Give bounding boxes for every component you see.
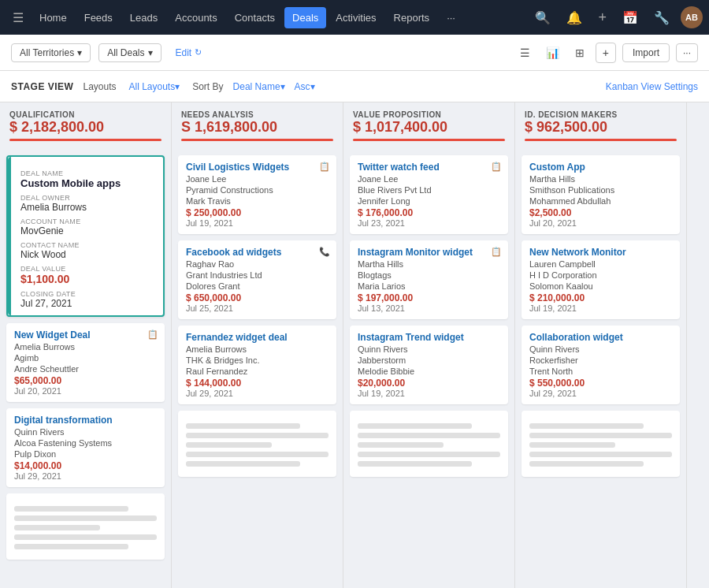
card-title: Custom App [529,162,672,173]
more-options-button[interactable]: ··· [676,43,698,62]
skeleton-card [522,411,680,477]
card-amount: $ 550,000.00 [529,378,672,389]
card-contact: Mark Travis [186,196,329,206]
nav-home[interactable]: Home [32,7,75,28]
card-account: Rockerfisher [529,355,672,365]
card-owner: Amelia Burrows [14,342,157,352]
import-button[interactable]: Import [622,43,670,62]
notifications-icon[interactable]: 🔔 [562,7,587,28]
chart-view-icon[interactable]: 📊 [541,43,564,62]
add-icon[interactable]: + [593,6,611,29]
deal-card[interactable]: 📞 Facebook ad widgets Raghav Rao Grant I… [178,240,336,319]
nav-leads[interactable]: Leads [122,7,165,28]
grid-view-icon[interactable]: ⊞ [570,43,589,62]
edit-button[interactable]: Edit ↻ [169,44,209,61]
deal-owner: Amelia Burrows [20,202,155,213]
card-account: Grant Industries Ltd [186,270,329,280]
deal-card[interactable]: Instagram Trend widget Quinn Rivers Jabb… [350,326,508,404]
all-layouts-button[interactable]: All Layouts▾ [125,80,183,94]
deal-card[interactable]: New Network Monitor Lauren Campbell H I … [522,240,680,319]
nav-accounts[interactable]: Accounts [167,7,225,28]
deal-card[interactable]: Fernandez widget deal Amelia Burrows THK… [178,326,336,404]
card-date: Jul 13, 2021 [358,303,500,313]
card-amount: $ 650,000.00 [186,292,329,303]
card-title: New Network Monitor [529,247,672,258]
stage-view-label: STAGE VIEW [11,81,73,92]
nav-activities[interactable]: Activities [328,7,384,28]
list-view-icon[interactable]: ☰ [515,43,535,62]
card-title: Fernandez widget deal [186,332,329,343]
chevron-down-icon: ▾ [77,47,82,58]
card-owner: Quinn Rivers [14,427,157,437]
card-date: Jul 29, 2021 [529,389,672,398]
card-contact: Melodie Bibbie [358,367,500,376]
highlighted-deal-card[interactable]: Deal Name Custom Mobile apps Deal Owner … [6,155,165,317]
hamburger-icon[interactable]: ☰ [6,7,30,28]
sort-order-button[interactable]: Asc▾ [295,81,315,92]
deal-card[interactable]: 📋 Instagram Monitor widget Martha Hills … [350,240,508,319]
toolbar: All Territories ▾ All Deals ▾ Edit ↻ ☰ 📊… [0,35,709,71]
account-name: MovGenie [20,225,155,236]
kanban-settings-button[interactable]: Kanban View Settings [606,81,698,92]
card-contact: Jennifer Long [358,196,500,206]
card-amount: $ 210,000.00 [529,292,672,303]
card-date: Jul 20, 2021 [14,386,157,396]
card-tag-icon: 📋 [491,162,502,172]
settings-icon[interactable]: 🔧 [649,7,674,28]
card-amount: $ 250,000.00 [186,207,329,218]
column-total: $ 2,182,800.00 [9,119,161,136]
deal-card[interactable]: 📋 Civil Logistics Widgets Joane Lee Pyra… [178,155,336,234]
skeleton-card [6,493,165,560]
card-contact: Raul Fernandez [186,367,329,376]
column-total: $ 1,017,400.00 [353,119,505,136]
search-icon[interactable]: 🔍 [530,7,555,28]
column-stage-label: ID. DECISION MAKERS [525,110,677,119]
contact-name: Nick Wood [20,249,155,260]
card-title: Instagram Trend widget [358,332,500,343]
column-total: S 1,619,800.00 [181,119,333,136]
card-account: THK & Bridges Inc. [186,355,329,365]
territory-filter[interactable]: All Territories ▾ [11,43,91,62]
add-deal-button[interactable]: + [596,43,616,63]
card-title: Facebook ad widgets [186,247,329,258]
card-tag-icon: 📋 [147,329,158,340]
avatar[interactable]: AB [681,6,703,28]
card-owner: Lauren Campbell [529,259,672,269]
deals-filter[interactable]: All Deals ▾ [98,43,161,62]
deal-card[interactable]: Collaboration widget Quinn Rivers Rocker… [522,326,680,404]
kanban-column-3: ID. DECISION MAKERS $ 962,500.00 Custom … [515,102,687,588]
card-contact: Andre Scheuttler [14,364,157,374]
card-account: Blogtags [358,270,500,280]
nav-deals[interactable]: Deals [284,7,326,28]
column-total: $ 962,500.00 [525,119,677,136]
deal-card[interactable]: Custom App Martha Hills Smithson Publica… [522,155,680,234]
nav-feeds[interactable]: Feeds [76,7,121,28]
stage-toolbar: STAGE VIEW Layouts All Layouts▾ Sort By … [0,71,709,102]
card-owner: Martha Hills [358,259,500,269]
card-owner: Quinn Rivers [358,344,500,354]
kanban-column-1: NEEDS ANALYSIS S 1,619,800.00 📋 Civil Lo… [172,102,343,588]
card-tag-icon: 📞 [319,247,330,257]
deal-name: Custom Mobile apps [20,177,155,189]
deal-card[interactable]: Digital transformation Quinn Rivers Alco… [6,408,165,487]
nav-reports[interactable]: Reports [386,7,438,28]
calendar-icon[interactable]: 📅 [618,7,643,28]
layouts-label: Layouts [83,81,116,92]
card-amount: $ 197,000.00 [358,292,500,303]
sort-field-button[interactable]: Deal Name▾ [233,81,285,92]
card-contact: Trent North [529,367,672,376]
sort-by-label: Sort By [192,81,223,92]
deal-value: $1,100.00 [20,273,155,285]
card-owner: Joane Lee [358,174,500,184]
card-date: Jul 23, 2021 [358,218,500,228]
card-contact: Mohammed Abdullah [529,196,672,206]
deal-card[interactable]: 📋 New Widget Deal Amelia Burrows Agimb A… [6,323,165,402]
card-date: Jul 19, 2021 [186,218,329,228]
skeleton-card [178,411,336,477]
nav-more[interactable]: ··· [439,7,463,28]
card-account: H I D Corporation [529,270,672,280]
nav-contacts[interactable]: Contacts [227,7,283,28]
column-stage-label: QUALIFICATION [9,110,161,119]
deal-card[interactable]: 📋 Twitter watch feed Joane Lee Blue Rive… [350,155,508,234]
column-stage-label: NEEDS ANALYSIS [181,110,333,119]
